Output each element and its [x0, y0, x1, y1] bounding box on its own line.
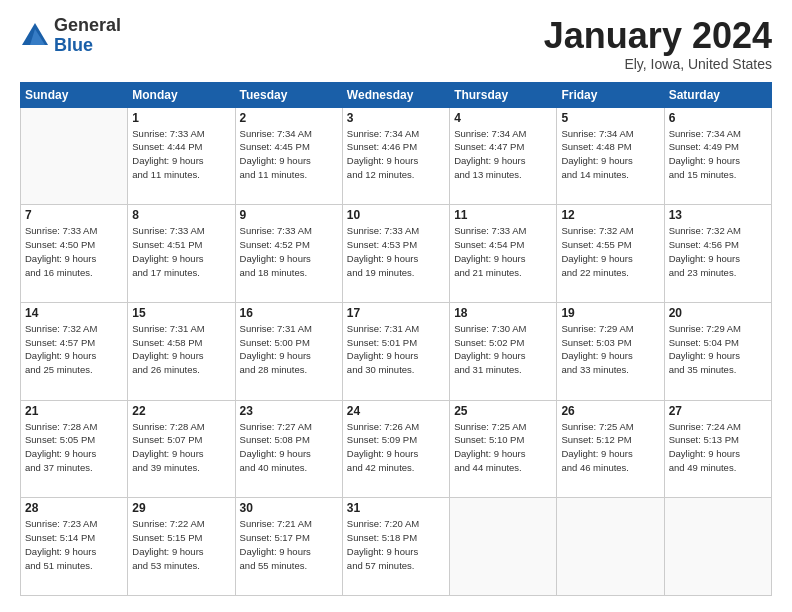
- calendar-week-row-4: 28Sunrise: 7:23 AMSunset: 5:14 PMDayligh…: [21, 498, 772, 596]
- day-info: Sunrise: 7:26 AMSunset: 5:09 PMDaylight:…: [347, 420, 445, 475]
- day-number: 24: [347, 404, 445, 418]
- day-info: Sunrise: 7:33 AMSunset: 4:44 PMDaylight:…: [132, 127, 230, 182]
- day-number: 6: [669, 111, 767, 125]
- day-number: 21: [25, 404, 123, 418]
- day-number: 23: [240, 404, 338, 418]
- calendar-cell: [557, 498, 664, 596]
- month-title: January 2024: [544, 16, 772, 56]
- calendar-cell: 9Sunrise: 7:33 AMSunset: 4:52 PMDaylight…: [235, 205, 342, 303]
- calendar-header-row: Sunday Monday Tuesday Wednesday Thursday…: [21, 82, 772, 107]
- day-info: Sunrise: 7:23 AMSunset: 5:14 PMDaylight:…: [25, 517, 123, 572]
- day-info: Sunrise: 7:22 AMSunset: 5:15 PMDaylight:…: [132, 517, 230, 572]
- day-info: Sunrise: 7:34 AMSunset: 4:47 PMDaylight:…: [454, 127, 552, 182]
- calendar-week-row-3: 21Sunrise: 7:28 AMSunset: 5:05 PMDayligh…: [21, 400, 772, 498]
- calendar-cell: 27Sunrise: 7:24 AMSunset: 5:13 PMDayligh…: [664, 400, 771, 498]
- calendar-cell: 4Sunrise: 7:34 AMSunset: 4:47 PMDaylight…: [450, 107, 557, 205]
- logo-blue-text: Blue: [54, 36, 121, 56]
- day-info: Sunrise: 7:29 AMSunset: 5:03 PMDaylight:…: [561, 322, 659, 377]
- day-info: Sunrise: 7:24 AMSunset: 5:13 PMDaylight:…: [669, 420, 767, 475]
- day-number: 2: [240, 111, 338, 125]
- day-info: Sunrise: 7:33 AMSunset: 4:51 PMDaylight:…: [132, 224, 230, 279]
- day-info: Sunrise: 7:33 AMSunset: 4:50 PMDaylight:…: [25, 224, 123, 279]
- day-info: Sunrise: 7:20 AMSunset: 5:18 PMDaylight:…: [347, 517, 445, 572]
- day-number: 13: [669, 208, 767, 222]
- calendar-week-row-2: 14Sunrise: 7:32 AMSunset: 4:57 PMDayligh…: [21, 302, 772, 400]
- calendar-cell: 15Sunrise: 7:31 AMSunset: 4:58 PMDayligh…: [128, 302, 235, 400]
- logo-general-text: General: [54, 16, 121, 36]
- calendar-cell: 30Sunrise: 7:21 AMSunset: 5:17 PMDayligh…: [235, 498, 342, 596]
- header-tuesday: Tuesday: [235, 82, 342, 107]
- calendar-table: Sunday Monday Tuesday Wednesday Thursday…: [20, 82, 772, 596]
- location: Ely, Iowa, United States: [544, 56, 772, 72]
- day-number: 4: [454, 111, 552, 125]
- day-info: Sunrise: 7:29 AMSunset: 5:04 PMDaylight:…: [669, 322, 767, 377]
- page: General Blue January 2024 Ely, Iowa, Uni…: [0, 0, 792, 612]
- calendar-cell: [450, 498, 557, 596]
- day-number: 12: [561, 208, 659, 222]
- calendar-cell: 7Sunrise: 7:33 AMSunset: 4:50 PMDaylight…: [21, 205, 128, 303]
- day-number: 8: [132, 208, 230, 222]
- day-number: 25: [454, 404, 552, 418]
- calendar-cell: 23Sunrise: 7:27 AMSunset: 5:08 PMDayligh…: [235, 400, 342, 498]
- day-info: Sunrise: 7:33 AMSunset: 4:52 PMDaylight:…: [240, 224, 338, 279]
- calendar-cell: 16Sunrise: 7:31 AMSunset: 5:00 PMDayligh…: [235, 302, 342, 400]
- day-number: 10: [347, 208, 445, 222]
- calendar-cell: 28Sunrise: 7:23 AMSunset: 5:14 PMDayligh…: [21, 498, 128, 596]
- calendar-cell: 6Sunrise: 7:34 AMSunset: 4:49 PMDaylight…: [664, 107, 771, 205]
- day-number: 31: [347, 501, 445, 515]
- day-number: 29: [132, 501, 230, 515]
- day-number: 1: [132, 111, 230, 125]
- day-info: Sunrise: 7:32 AMSunset: 4:57 PMDaylight:…: [25, 322, 123, 377]
- day-info: Sunrise: 7:27 AMSunset: 5:08 PMDaylight:…: [240, 420, 338, 475]
- calendar-cell: 29Sunrise: 7:22 AMSunset: 5:15 PMDayligh…: [128, 498, 235, 596]
- logo: General Blue: [20, 16, 121, 56]
- day-number: 30: [240, 501, 338, 515]
- day-number: 9: [240, 208, 338, 222]
- day-info: Sunrise: 7:25 AMSunset: 5:12 PMDaylight:…: [561, 420, 659, 475]
- day-info: Sunrise: 7:34 AMSunset: 4:46 PMDaylight:…: [347, 127, 445, 182]
- calendar-cell: 26Sunrise: 7:25 AMSunset: 5:12 PMDayligh…: [557, 400, 664, 498]
- title-area: January 2024 Ely, Iowa, United States: [544, 16, 772, 72]
- day-info: Sunrise: 7:31 AMSunset: 5:01 PMDaylight:…: [347, 322, 445, 377]
- calendar-cell: 10Sunrise: 7:33 AMSunset: 4:53 PMDayligh…: [342, 205, 449, 303]
- day-info: Sunrise: 7:34 AMSunset: 4:45 PMDaylight:…: [240, 127, 338, 182]
- calendar-cell: [21, 107, 128, 205]
- calendar-cell: 14Sunrise: 7:32 AMSunset: 4:57 PMDayligh…: [21, 302, 128, 400]
- day-info: Sunrise: 7:32 AMSunset: 4:55 PMDaylight:…: [561, 224, 659, 279]
- calendar-cell: 12Sunrise: 7:32 AMSunset: 4:55 PMDayligh…: [557, 205, 664, 303]
- calendar-cell: 17Sunrise: 7:31 AMSunset: 5:01 PMDayligh…: [342, 302, 449, 400]
- day-info: Sunrise: 7:30 AMSunset: 5:02 PMDaylight:…: [454, 322, 552, 377]
- day-number: 14: [25, 306, 123, 320]
- calendar-week-row-0: 1Sunrise: 7:33 AMSunset: 4:44 PMDaylight…: [21, 107, 772, 205]
- day-info: Sunrise: 7:33 AMSunset: 4:53 PMDaylight:…: [347, 224, 445, 279]
- calendar-cell: 24Sunrise: 7:26 AMSunset: 5:09 PMDayligh…: [342, 400, 449, 498]
- day-number: 19: [561, 306, 659, 320]
- calendar-cell: [664, 498, 771, 596]
- header-monday: Monday: [128, 82, 235, 107]
- header: General Blue January 2024 Ely, Iowa, Uni…: [20, 16, 772, 72]
- day-number: 26: [561, 404, 659, 418]
- logo-text: General Blue: [54, 16, 121, 56]
- header-thursday: Thursday: [450, 82, 557, 107]
- calendar-cell: 21Sunrise: 7:28 AMSunset: 5:05 PMDayligh…: [21, 400, 128, 498]
- header-sunday: Sunday: [21, 82, 128, 107]
- calendar-cell: 25Sunrise: 7:25 AMSunset: 5:10 PMDayligh…: [450, 400, 557, 498]
- day-info: Sunrise: 7:34 AMSunset: 4:49 PMDaylight:…: [669, 127, 767, 182]
- day-number: 27: [669, 404, 767, 418]
- calendar-cell: 3Sunrise: 7:34 AMSunset: 4:46 PMDaylight…: [342, 107, 449, 205]
- calendar-cell: 22Sunrise: 7:28 AMSunset: 5:07 PMDayligh…: [128, 400, 235, 498]
- calendar-cell: 11Sunrise: 7:33 AMSunset: 4:54 PMDayligh…: [450, 205, 557, 303]
- day-number: 15: [132, 306, 230, 320]
- day-number: 17: [347, 306, 445, 320]
- header-wednesday: Wednesday: [342, 82, 449, 107]
- day-number: 16: [240, 306, 338, 320]
- day-number: 22: [132, 404, 230, 418]
- calendar-cell: 20Sunrise: 7:29 AMSunset: 5:04 PMDayligh…: [664, 302, 771, 400]
- day-info: Sunrise: 7:31 AMSunset: 4:58 PMDaylight:…: [132, 322, 230, 377]
- calendar-cell: 8Sunrise: 7:33 AMSunset: 4:51 PMDaylight…: [128, 205, 235, 303]
- day-info: Sunrise: 7:28 AMSunset: 5:05 PMDaylight:…: [25, 420, 123, 475]
- day-number: 20: [669, 306, 767, 320]
- calendar-cell: 19Sunrise: 7:29 AMSunset: 5:03 PMDayligh…: [557, 302, 664, 400]
- day-info: Sunrise: 7:31 AMSunset: 5:00 PMDaylight:…: [240, 322, 338, 377]
- day-info: Sunrise: 7:33 AMSunset: 4:54 PMDaylight:…: [454, 224, 552, 279]
